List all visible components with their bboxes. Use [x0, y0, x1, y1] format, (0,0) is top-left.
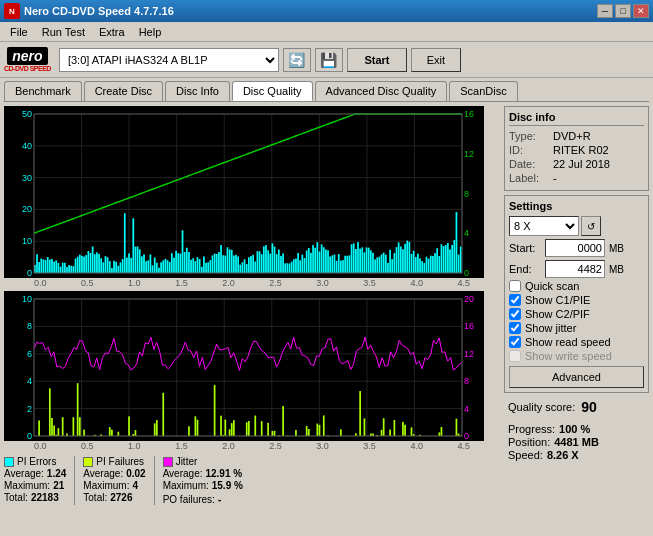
- position-row: Position: 4481 MB: [508, 436, 645, 448]
- pi-errors-max-row: Maximum: 21: [4, 480, 66, 491]
- speed-select[interactable]: 8 X Maximum 1 X 2 X 4 X 16 X: [509, 216, 579, 236]
- pi-errors-total-value: 22183: [31, 492, 59, 503]
- disc-info-title: Disc info: [509, 111, 644, 126]
- pi-errors-total-label: Total:: [4, 492, 28, 503]
- show-c2pif-row: Show C2/PIF: [509, 308, 644, 320]
- disc-id-row: ID: RITEK R02: [509, 144, 644, 156]
- stats-divider-2: [154, 456, 155, 505]
- show-write-speed-checkbox[interactable]: [509, 350, 521, 362]
- settings-box: Settings 8 X Maximum 1 X 2 X 4 X 16 X ↺ …: [504, 195, 649, 393]
- menu-runtest[interactable]: Run Test: [36, 24, 91, 40]
- speed-refresh-button[interactable]: ↺: [581, 216, 601, 236]
- tabs-container: Benchmark Create Disc Disc Info Disc Qua…: [0, 78, 653, 102]
- close-button[interactable]: ✕: [633, 4, 649, 18]
- disc-label-value: -: [553, 172, 557, 184]
- tab-disc-info[interactable]: Disc Info: [165, 81, 230, 101]
- menu-file[interactable]: File: [4, 24, 34, 40]
- jitter-avg-label: Average:: [163, 468, 203, 479]
- quality-score-row: Quality score: 90: [504, 397, 649, 417]
- position-value: 4481 MB: [554, 436, 599, 448]
- end-label: End:: [509, 263, 541, 275]
- advanced-button[interactable]: Advanced: [509, 366, 644, 388]
- show-c1pie-label[interactable]: Show C1/PIE: [525, 294, 590, 306]
- quality-score-value: 90: [581, 399, 597, 415]
- titlebar-title: Nero CD-DVD Speed 4.7.7.16: [24, 5, 174, 17]
- jitter-header: Jitter: [163, 456, 243, 467]
- toolbar: nero CD-DVD SPEED [3:0] ATAPI iHAS324 A …: [0, 42, 653, 78]
- disc-id-value: RITEK R02: [553, 144, 609, 156]
- maximize-button[interactable]: □: [615, 4, 631, 18]
- tab-scandisc[interactable]: ScanDisc: [449, 81, 517, 101]
- quick-scan-label[interactable]: Quick scan: [525, 280, 579, 292]
- speed-label: Speed:: [508, 449, 543, 461]
- start-button[interactable]: Start: [347, 48, 407, 72]
- end-input[interactable]: 4482: [545, 260, 605, 278]
- jitter-label: Jitter: [176, 456, 198, 467]
- jitter-color: [163, 457, 173, 467]
- pi-errors-color: [4, 457, 14, 467]
- show-c2pif-checkbox[interactable]: [509, 308, 521, 320]
- start-label: Start:: [509, 242, 541, 254]
- top-chart-canvas: [4, 106, 484, 278]
- disc-type-value: DVD+R: [553, 130, 591, 142]
- pi-failures-avg-row: Average: 0.02: [83, 468, 145, 479]
- show-read-speed-label[interactable]: Show read speed: [525, 336, 611, 348]
- start-mb-row: Start: 0000 MB: [509, 239, 644, 257]
- pi-failures-total-row: Total: 2726: [83, 492, 145, 503]
- top-x-axis: 0.00.51.01.52.02.53.03.54.04.5: [4, 278, 500, 288]
- pi-failures-max-row: Maximum: 4: [83, 480, 145, 491]
- tabs: Benchmark Create Disc Disc Info Disc Qua…: [0, 78, 653, 101]
- jitter-max-label: Maximum:: [163, 480, 209, 491]
- menu-help[interactable]: Help: [133, 24, 168, 40]
- drive-select[interactable]: [3:0] ATAPI iHAS324 A BL1P: [59, 48, 279, 72]
- bottom-chart-canvas: [4, 291, 484, 441]
- quick-scan-checkbox[interactable]: [509, 280, 521, 292]
- quick-scan-row: Quick scan: [509, 280, 644, 292]
- pi-errors-avg-label: Average:: [4, 468, 44, 479]
- progress-row: Progress: 100 %: [508, 423, 645, 435]
- speed-value: 8.26 X: [547, 449, 579, 461]
- tab-advanced-disc-quality[interactable]: Advanced Disc Quality: [315, 81, 448, 101]
- show-c2pif-label[interactable]: Show C2/PIF: [525, 308, 590, 320]
- app-icon: N: [4, 3, 20, 19]
- jitter-avg-row: Average: 12.91 %: [163, 468, 243, 479]
- pi-failures-total-value: 2726: [110, 492, 132, 503]
- pi-failures-max-value: 4: [132, 480, 138, 491]
- start-input[interactable]: 0000: [545, 239, 605, 257]
- bottom-chart-wrapper: 0.00.51.01.52.02.53.03.54.04.5: [4, 291, 500, 451]
- tab-create-disc[interactable]: Create Disc: [84, 81, 163, 101]
- minimize-button[interactable]: ─: [597, 4, 613, 18]
- pi-failures-label: PI Failures: [96, 456, 144, 467]
- titlebar-controls[interactable]: ─ □ ✕: [597, 4, 649, 18]
- menubar: File Run Test Extra Help: [0, 22, 653, 42]
- show-jitter-checkbox[interactable]: [509, 322, 521, 334]
- pi-errors-max-label: Maximum:: [4, 480, 50, 491]
- quality-score-label: Quality score:: [508, 401, 575, 413]
- pi-failures-header: PI Failures: [83, 456, 145, 467]
- disc-date-row: Date: 22 Jul 2018: [509, 158, 644, 170]
- exit-button[interactable]: Exit: [411, 48, 461, 72]
- po-failures-label: PO failures:: [163, 494, 215, 505]
- titlebar: N Nero CD-DVD Speed 4.7.7.16 ─ □ ✕: [0, 0, 653, 22]
- show-jitter-label[interactable]: Show jitter: [525, 322, 576, 334]
- save-button[interactable]: 💾: [315, 48, 343, 72]
- jitter-stat: Jitter Average: 12.91 % Maximum: 15.9 % …: [163, 456, 243, 505]
- menu-extra[interactable]: Extra: [93, 24, 131, 40]
- show-c1pie-checkbox[interactable]: [509, 294, 521, 306]
- jitter-max-row: Maximum: 15.9 %: [163, 480, 243, 491]
- pi-errors-label: PI Errors: [17, 456, 56, 467]
- stats-divider-1: [74, 456, 75, 505]
- disc-type-row: Type: DVD+R: [509, 130, 644, 142]
- show-read-speed-row: Show read speed: [509, 336, 644, 348]
- main-content: 0.00.51.01.52.02.53.03.54.04.5 0.00.51.0…: [0, 102, 653, 532]
- tab-benchmark[interactable]: Benchmark: [4, 81, 82, 101]
- reload-button[interactable]: 🔄: [283, 48, 311, 72]
- pi-errors-stat: PI Errors Average: 1.24 Maximum: 21 Tota…: [4, 456, 66, 505]
- bottom-x-axis: 0.00.51.01.52.02.53.03.54.04.5: [4, 441, 500, 451]
- show-read-speed-checkbox[interactable]: [509, 336, 521, 348]
- pi-errors-max-value: 21: [53, 480, 64, 491]
- pi-errors-avg-value: 1.24: [47, 468, 66, 479]
- tab-disc-quality[interactable]: Disc Quality: [232, 81, 313, 101]
- position-label: Position:: [508, 436, 550, 448]
- disc-label-label: Label:: [509, 172, 549, 184]
